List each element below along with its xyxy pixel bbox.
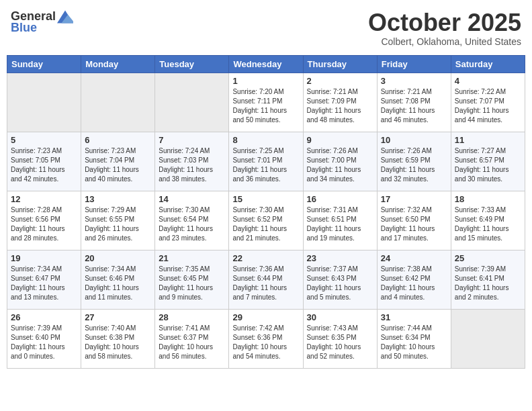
day-info: Sunrise: 7:30 AM Sunset: 6:54 PM Dayligh… <box>159 205 225 243</box>
day-info: Sunrise: 7:20 AM Sunset: 7:11 PM Dayligh… <box>232 87 299 125</box>
calendar-cell: 22Sunrise: 7:36 AM Sunset: 6:44 PM Dayli… <box>229 250 303 309</box>
calendar-cell: 2Sunrise: 7:21 AM Sunset: 7:09 PM Daylig… <box>303 73 377 132</box>
weekday-header-sunday: Sunday <box>7 55 81 73</box>
calendar-cell: 28Sunrise: 7:41 AM Sunset: 6:37 PM Dayli… <box>155 309 229 368</box>
calendar-cell: 25Sunrise: 7:39 AM Sunset: 6:41 PM Dayli… <box>451 250 525 309</box>
weekday-header-row: SundayMondayTuesdayWednesdayThursdayFrid… <box>7 55 525 73</box>
calendar-cell: 23Sunrise: 7:37 AM Sunset: 6:43 PM Dayli… <box>303 250 377 309</box>
calendar-cell: 13Sunrise: 7:29 AM Sunset: 6:55 PM Dayli… <box>81 191 155 250</box>
calendar-cell <box>451 309 525 368</box>
calendar-cell: 9Sunrise: 7:26 AM Sunset: 7:00 PM Daylig… <box>303 132 377 191</box>
weekday-header-monday: Monday <box>81 55 155 73</box>
page-header: General Blue October 2025 Colbert, Oklah… <box>7 7 525 50</box>
day-number: 12 <box>11 194 77 204</box>
day-number: 8 <box>232 135 299 145</box>
day-number: 9 <box>307 135 373 145</box>
day-number: 6 <box>85 135 151 145</box>
day-info: Sunrise: 7:34 AM Sunset: 6:46 PM Dayligh… <box>85 265 151 302</box>
day-info: Sunrise: 7:41 AM Sunset: 6:37 PM Dayligh… <box>159 324 225 361</box>
day-number: 5 <box>11 135 77 145</box>
day-number: 2 <box>307 76 373 86</box>
day-number: 19 <box>11 253 77 263</box>
day-info: Sunrise: 7:42 AM Sunset: 6:36 PM Dayligh… <box>232 324 299 361</box>
day-info: Sunrise: 7:33 AM Sunset: 6:49 PM Dayligh… <box>455 205 521 243</box>
logo: General Blue <box>11 9 73 35</box>
weekday-header-thursday: Thursday <box>303 55 377 73</box>
calendar-cell: 20Sunrise: 7:34 AM Sunset: 6:46 PM Dayli… <box>81 250 155 309</box>
calendar-cell <box>155 73 229 132</box>
logo-icon <box>57 10 73 24</box>
day-number: 7 <box>159 135 225 145</box>
calendar-cell: 4Sunrise: 7:22 AM Sunset: 7:07 PM Daylig… <box>451 73 525 132</box>
day-info: Sunrise: 7:21 AM Sunset: 7:08 PM Dayligh… <box>381 87 447 125</box>
day-number: 14 <box>159 194 225 204</box>
calendar-cell: 11Sunrise: 7:27 AM Sunset: 6:57 PM Dayli… <box>451 132 525 191</box>
day-number: 28 <box>159 312 225 322</box>
calendar-week-3: 12Sunrise: 7:28 AM Sunset: 6:56 PM Dayli… <box>7 191 525 250</box>
day-info: Sunrise: 7:30 AM Sunset: 6:52 PM Dayligh… <box>232 205 299 243</box>
calendar-cell <box>7 73 81 132</box>
day-number: 4 <box>455 76 521 86</box>
day-info: Sunrise: 7:39 AM Sunset: 6:41 PM Dayligh… <box>455 265 521 302</box>
day-info: Sunrise: 7:29 AM Sunset: 6:55 PM Dayligh… <box>85 205 151 243</box>
day-info: Sunrise: 7:32 AM Sunset: 6:50 PM Dayligh… <box>381 205 447 243</box>
calendar-cell: 7Sunrise: 7:24 AM Sunset: 7:03 PM Daylig… <box>155 132 229 191</box>
day-info: Sunrise: 7:35 AM Sunset: 6:45 PM Dayligh… <box>159 265 225 302</box>
weekday-header-wednesday: Wednesday <box>229 55 303 73</box>
weekday-header-friday: Friday <box>377 55 451 73</box>
day-info: Sunrise: 7:23 AM Sunset: 7:05 PM Dayligh… <box>11 146 77 184</box>
day-number: 29 <box>232 312 299 322</box>
calendar-cell: 14Sunrise: 7:30 AM Sunset: 6:54 PM Dayli… <box>155 191 229 250</box>
day-info: Sunrise: 7:43 AM Sunset: 6:35 PM Dayligh… <box>307 324 373 361</box>
calendar-cell: 27Sunrise: 7:40 AM Sunset: 6:38 PM Dayli… <box>81 309 155 368</box>
day-number: 13 <box>85 194 151 204</box>
day-info: Sunrise: 7:37 AM Sunset: 6:43 PM Dayligh… <box>307 265 373 302</box>
day-info: Sunrise: 7:38 AM Sunset: 6:42 PM Dayligh… <box>381 265 447 302</box>
calendar-cell: 12Sunrise: 7:28 AM Sunset: 6:56 PM Dayli… <box>7 191 81 250</box>
day-number: 27 <box>85 312 151 322</box>
day-number: 15 <box>232 194 299 204</box>
calendar-cell: 17Sunrise: 7:32 AM Sunset: 6:50 PM Dayli… <box>377 191 451 250</box>
calendar-week-4: 19Sunrise: 7:34 AM Sunset: 6:47 PM Dayli… <box>7 250 525 309</box>
day-info: Sunrise: 7:44 AM Sunset: 6:34 PM Dayligh… <box>381 324 447 361</box>
day-number: 16 <box>307 194 373 204</box>
calendar-cell: 24Sunrise: 7:38 AM Sunset: 6:42 PM Dayli… <box>377 250 451 309</box>
day-number: 21 <box>159 253 225 263</box>
calendar-cell: 31Sunrise: 7:44 AM Sunset: 6:34 PM Dayli… <box>377 309 451 368</box>
day-info: Sunrise: 7:31 AM Sunset: 6:51 PM Dayligh… <box>307 205 373 243</box>
calendar-cell: 30Sunrise: 7:43 AM Sunset: 6:35 PM Dayli… <box>303 309 377 368</box>
calendar-cell: 1Sunrise: 7:20 AM Sunset: 7:11 PM Daylig… <box>229 73 303 132</box>
calendar-cell: 16Sunrise: 7:31 AM Sunset: 6:51 PM Dayli… <box>303 191 377 250</box>
day-number: 17 <box>381 194 447 204</box>
day-number: 10 <box>381 135 447 145</box>
calendar-week-5: 26Sunrise: 7:39 AM Sunset: 6:40 PM Dayli… <box>7 309 525 368</box>
day-info: Sunrise: 7:28 AM Sunset: 6:56 PM Dayligh… <box>11 205 77 243</box>
calendar-cell: 6Sunrise: 7:23 AM Sunset: 7:04 PM Daylig… <box>81 132 155 191</box>
day-info: Sunrise: 7:24 AM Sunset: 7:03 PM Dayligh… <box>159 146 225 184</box>
calendar-cell: 18Sunrise: 7:33 AM Sunset: 6:49 PM Dayli… <box>451 191 525 250</box>
day-number: 20 <box>85 253 151 263</box>
calendar-cell: 21Sunrise: 7:35 AM Sunset: 6:45 PM Dayli… <box>155 250 229 309</box>
day-info: Sunrise: 7:39 AM Sunset: 6:40 PM Dayligh… <box>11 324 77 361</box>
calendar-cell: 15Sunrise: 7:30 AM Sunset: 6:52 PM Dayli… <box>229 191 303 250</box>
calendar-table: SundayMondayTuesdayWednesdayThursdayFrid… <box>7 55 525 369</box>
day-number: 18 <box>455 194 521 204</box>
weekday-header-saturday: Saturday <box>451 55 525 73</box>
day-number: 3 <box>381 76 447 86</box>
day-number: 1 <box>232 76 299 86</box>
calendar-week-1: 1Sunrise: 7:20 AM Sunset: 7:11 PM Daylig… <box>7 73 525 132</box>
day-info: Sunrise: 7:40 AM Sunset: 6:38 PM Dayligh… <box>85 324 151 361</box>
title-section: October 2025 Colbert, Oklahoma, United S… <box>368 9 521 47</box>
location: Colbert, Oklahoma, United States <box>368 36 521 47</box>
day-number: 24 <box>381 253 447 263</box>
day-info: Sunrise: 7:34 AM Sunset: 6:47 PM Dayligh… <box>11 265 77 302</box>
day-number: 23 <box>307 253 373 263</box>
day-info: Sunrise: 7:23 AM Sunset: 7:04 PM Dayligh… <box>85 146 151 184</box>
calendar-cell: 26Sunrise: 7:39 AM Sunset: 6:40 PM Dayli… <box>7 309 81 368</box>
calendar-cell: 10Sunrise: 7:26 AM Sunset: 6:59 PM Dayli… <box>377 132 451 191</box>
day-info: Sunrise: 7:36 AM Sunset: 6:44 PM Dayligh… <box>232 265 299 302</box>
day-info: Sunrise: 7:26 AM Sunset: 6:59 PM Dayligh… <box>381 146 447 184</box>
calendar-cell <box>81 73 155 132</box>
weekday-header-tuesday: Tuesday <box>155 55 229 73</box>
calendar-cell: 29Sunrise: 7:42 AM Sunset: 6:36 PM Dayli… <box>229 309 303 368</box>
